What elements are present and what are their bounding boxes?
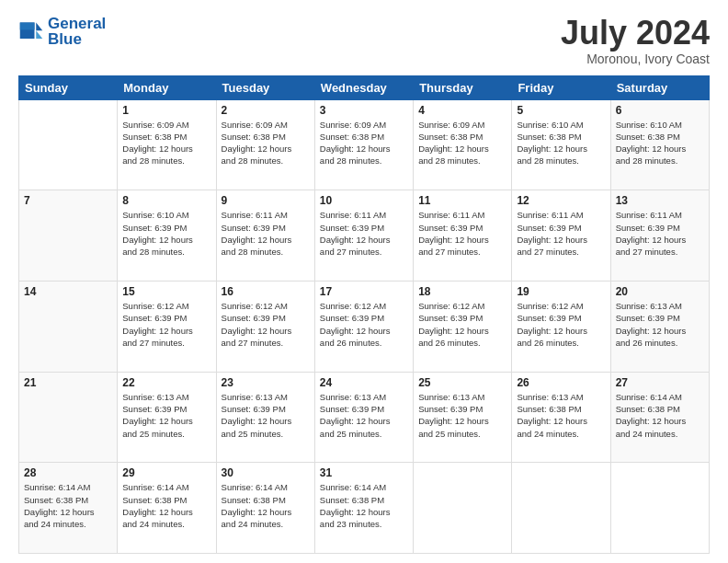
day-info: Sunrise: 6:12 AMSunset: 6:39 PMDaylight:… (122, 300, 210, 349)
day-number: 10 (320, 194, 408, 207)
day-number: 5 (517, 104, 605, 117)
calendar-cell: 23Sunrise: 6:13 AMSunset: 6:39 PMDayligh… (216, 372, 314, 463)
calendar-cell: 8Sunrise: 6:10 AMSunset: 6:39 PMDaylight… (118, 190, 216, 282)
weekday-header-monday: Monday (118, 75, 216, 99)
svg-marker-1 (36, 22, 42, 30)
day-number: 23 (222, 376, 310, 389)
day-info: Sunrise: 6:09 AMSunset: 6:38 PMDaylight:… (222, 119, 310, 167)
day-info: Sunrise: 6:14 AMSunset: 6:38 PMDaylight:… (122, 481, 210, 530)
day-number: 2 (222, 104, 310, 117)
day-number: 8 (122, 194, 210, 207)
day-number: 20 (616, 285, 704, 298)
calendar-cell: 1Sunrise: 6:09 AMSunset: 6:38 PMDaylight… (118, 99, 216, 190)
calendar-cell: 14 (19, 281, 118, 372)
calendar-week-row: 1Sunrise: 6:09 AMSunset: 6:38 PMDaylight… (19, 99, 710, 190)
calendar-cell: 28Sunrise: 6:14 AMSunset: 6:38 PMDayligh… (19, 463, 118, 554)
calendar-cell: 22Sunrise: 6:13 AMSunset: 6:39 PMDayligh… (118, 372, 216, 463)
calendar-cell: 3Sunrise: 6:09 AMSunset: 6:38 PMDaylight… (314, 99, 413, 190)
calendar-week-row: 28Sunrise: 6:14 AMSunset: 6:38 PMDayligh… (19, 463, 710, 554)
day-info: Sunrise: 6:13 AMSunset: 6:39 PMDaylight:… (122, 391, 210, 440)
header: General Blue July 2024 Moronou, Ivory Co… (18, 15, 710, 66)
day-info: Sunrise: 6:12 AMSunset: 6:39 PMDaylight:… (418, 300, 506, 349)
calendar-cell (610, 463, 709, 554)
calendar-cell: 21 (19, 372, 118, 463)
day-number: 1 (122, 104, 210, 117)
calendar-cell: 16Sunrise: 6:12 AMSunset: 6:39 PMDayligh… (216, 281, 314, 372)
day-number: 12 (517, 194, 605, 207)
day-info: Sunrise: 6:11 AMSunset: 6:39 PMDaylight:… (616, 209, 704, 258)
day-number: 6 (616, 104, 704, 117)
day-number: 17 (320, 285, 408, 298)
calendar-cell: 9Sunrise: 6:11 AMSunset: 6:39 PMDaylight… (216, 190, 314, 282)
logo-text: General Blue (48, 15, 106, 49)
day-info: Sunrise: 6:14 AMSunset: 6:38 PMDaylight:… (222, 481, 310, 530)
calendar-cell: 2Sunrise: 6:09 AMSunset: 6:38 PMDaylight… (216, 99, 314, 190)
day-number: 4 (418, 104, 506, 117)
calendar-cell: 4Sunrise: 6:09 AMSunset: 6:38 PMDaylight… (414, 99, 512, 190)
day-number: 16 (222, 285, 310, 298)
calendar-cell: 10Sunrise: 6:11 AMSunset: 6:39 PMDayligh… (314, 190, 413, 282)
calendar-body: 1Sunrise: 6:09 AMSunset: 6:38 PMDaylight… (19, 99, 710, 553)
weekday-header-wednesday: Wednesday (314, 75, 413, 99)
day-number: 31 (320, 466, 408, 479)
weekday-header-friday: Friday (512, 75, 610, 99)
day-info: Sunrise: 6:14 AMSunset: 6:38 PMDaylight:… (24, 481, 112, 530)
calendar-cell (19, 99, 118, 190)
calendar-week-row: 2122Sunrise: 6:13 AMSunset: 6:39 PMDayli… (19, 372, 710, 463)
calendar-cell: 6Sunrise: 6:10 AMSunset: 6:38 PMDaylight… (610, 99, 709, 190)
calendar-cell: 24Sunrise: 6:13 AMSunset: 6:39 PMDayligh… (314, 372, 413, 463)
day-info: Sunrise: 6:13 AMSunset: 6:39 PMDaylight:… (616, 300, 704, 349)
calendar-cell: 7 (19, 190, 118, 282)
day-number: 14 (24, 285, 112, 298)
day-info: Sunrise: 6:09 AMSunset: 6:38 PMDaylight:… (418, 119, 506, 167)
calendar-cell: 12Sunrise: 6:11 AMSunset: 6:39 PMDayligh… (512, 190, 610, 282)
day-info: Sunrise: 6:13 AMSunset: 6:38 PMDaylight:… (517, 391, 605, 440)
day-info: Sunrise: 6:13 AMSunset: 6:39 PMDaylight:… (222, 391, 310, 440)
day-info: Sunrise: 6:11 AMSunset: 6:39 PMDaylight:… (418, 209, 506, 258)
calendar-cell: 26Sunrise: 6:13 AMSunset: 6:38 PMDayligh… (512, 372, 610, 463)
day-number: 7 (24, 194, 112, 207)
calendar-cell: 20Sunrise: 6:13 AMSunset: 6:39 PMDayligh… (610, 281, 709, 372)
calendar-cell: 13Sunrise: 6:11 AMSunset: 6:39 PMDayligh… (610, 190, 709, 282)
svg-rect-4 (20, 22, 35, 29)
calendar-cell: 31Sunrise: 6:14 AMSunset: 6:38 PMDayligh… (314, 463, 413, 554)
logo: General Blue (18, 15, 106, 49)
day-number: 19 (517, 285, 605, 298)
weekday-header-tuesday: Tuesday (216, 75, 314, 99)
calendar-cell: 27Sunrise: 6:14 AMSunset: 6:38 PMDayligh… (610, 372, 709, 463)
day-number: 9 (222, 194, 310, 207)
weekday-header-sunday: Sunday (19, 75, 118, 99)
day-info: Sunrise: 6:11 AMSunset: 6:39 PMDaylight:… (222, 209, 310, 258)
logo-icon (18, 19, 44, 45)
day-info: Sunrise: 6:13 AMSunset: 6:39 PMDaylight:… (320, 391, 408, 440)
calendar-week-row: 78Sunrise: 6:10 AMSunset: 6:39 PMDayligh… (19, 190, 710, 282)
day-info: Sunrise: 6:12 AMSunset: 6:39 PMDaylight:… (222, 300, 310, 349)
calendar-header-row: SundayMondayTuesdayWednesdayThursdayFrid… (19, 75, 710, 99)
day-number: 22 (122, 376, 210, 389)
calendar-cell: 17Sunrise: 6:12 AMSunset: 6:39 PMDayligh… (314, 281, 413, 372)
calendar-table: SundayMondayTuesdayWednesdayThursdayFrid… (18, 75, 710, 554)
day-number: 26 (517, 376, 605, 389)
day-info: Sunrise: 6:11 AMSunset: 6:39 PMDaylight:… (517, 209, 605, 258)
day-info: Sunrise: 6:12 AMSunset: 6:39 PMDaylight:… (320, 300, 408, 349)
day-info: Sunrise: 6:10 AMSunset: 6:38 PMDaylight:… (517, 119, 605, 167)
day-number: 30 (222, 466, 310, 479)
day-info: Sunrise: 6:12 AMSunset: 6:39 PMDaylight:… (517, 300, 605, 349)
day-info: Sunrise: 6:09 AMSunset: 6:38 PMDaylight:… (122, 119, 210, 167)
page: General Blue July 2024 Moronou, Ivory Co… (0, 0, 728, 563)
calendar-cell: 25Sunrise: 6:13 AMSunset: 6:39 PMDayligh… (414, 372, 512, 463)
title-block: July 2024 Moronou, Ivory Coast (561, 15, 710, 66)
day-number: 11 (418, 194, 506, 207)
calendar-cell: 11Sunrise: 6:11 AMSunset: 6:39 PMDayligh… (414, 190, 512, 282)
location: Moronou, Ivory Coast (561, 52, 710, 66)
day-info: Sunrise: 6:14 AMSunset: 6:38 PMDaylight:… (616, 391, 704, 440)
calendar-cell: 30Sunrise: 6:14 AMSunset: 6:38 PMDayligh… (216, 463, 314, 554)
day-number: 15 (122, 285, 210, 298)
day-info: Sunrise: 6:14 AMSunset: 6:38 PMDaylight:… (320, 481, 408, 530)
day-number: 28 (24, 466, 112, 479)
day-number: 13 (616, 194, 704, 207)
day-info: Sunrise: 6:10 AMSunset: 6:38 PMDaylight:… (616, 119, 704, 167)
calendar-cell: 18Sunrise: 6:12 AMSunset: 6:39 PMDayligh… (414, 281, 512, 372)
calendar-cell (512, 463, 610, 554)
calendar-cell: 29Sunrise: 6:14 AMSunset: 6:38 PMDayligh… (118, 463, 216, 554)
